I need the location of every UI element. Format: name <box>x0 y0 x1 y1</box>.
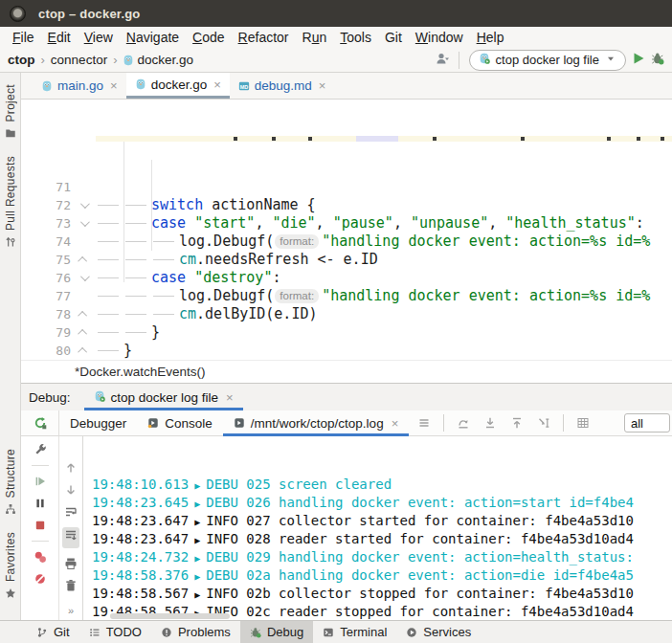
tab-whitespace <box>96 214 123 233</box>
code-token: "pause" <box>333 214 393 232</box>
menu-run[interactable]: Run <box>296 30 334 45</box>
menu-help[interactable]: Help <box>470 30 511 45</box>
menu-git[interactable]: Git <box>378 30 409 45</box>
tab-whitespace <box>123 305 151 323</box>
window-menu-button[interactable] <box>10 6 26 22</box>
rerun-button[interactable] <box>21 410 59 435</box>
tab-whitespace <box>123 251 151 269</box>
sidebar-item-structure[interactable]: Structure <box>4 449 17 515</box>
menu-tools[interactable]: Tools <box>333 30 378 45</box>
print-console-icon[interactable] <box>64 557 78 570</box>
log-timestamp: 19:48:23.647 <box>92 513 189 528</box>
terminal-icon <box>323 627 334 638</box>
fold-marker-icon[interactable] <box>78 329 87 339</box>
jump-to-cursor-icon[interactable] <box>532 416 555 430</box>
next-message-icon[interactable] <box>479 416 502 430</box>
view-options-icon[interactable] <box>413 416 436 430</box>
console-tab-Console[interactable]: Console <box>137 410 223 435</box>
editor-tab-main-go[interactable]: main.go× <box>33 73 126 99</box>
editor-tab-docker-go[interactable]: docker.go× <box>126 73 230 99</box>
close-icon[interactable]: × <box>317 79 326 92</box>
console-tab-icon <box>147 417 159 429</box>
previous-message-icon[interactable] <box>505 416 528 430</box>
tab-whitespace <box>96 269 123 287</box>
fold-marker-icon[interactable] <box>78 311 87 321</box>
menu-navigate[interactable]: Navigate <box>120 30 186 45</box>
tab-whitespace <box>96 251 123 269</box>
toolbar-divider <box>32 541 49 542</box>
scroll-up-icon[interactable] <box>64 461 78 475</box>
resume-program-icon[interactable] <box>34 475 47 488</box>
breadcrumb-item-ctop[interactable]: ctop <box>8 53 35 67</box>
run-config-selector[interactable]: ctop docker log file <box>469 50 626 71</box>
log-message: DEBU 02a handling docker event: action=d… <box>206 567 634 583</box>
console-tab--mnt-work-ctop-ctop-log[interactable]: /mnt/work/ctop/ctop.log× <box>223 410 409 435</box>
debug-button-icon[interactable] <box>651 52 664 65</box>
console-log-output[interactable]: 19:48:10.613 ▶ DEBU 025 screen cleared19… <box>83 436 672 620</box>
log-level-filter-value: all <box>631 416 643 431</box>
scroll-to-end-icon[interactable] <box>64 529 78 543</box>
fold-region <box>71 269 96 287</box>
editor-breadcrumb-bar: *Docker.watchEvents() <box>21 360 672 383</box>
horizontal-scrollbar[interactable] <box>110 613 230 619</box>
sidebar-item-project[interactable]: Project <box>4 84 17 139</box>
toolwindow-button-services[interactable]: Services <box>396 621 481 643</box>
editor-tab-label: main.go <box>57 78 103 93</box>
code-token: "die" <box>272 214 315 232</box>
stop-process-icon[interactable] <box>34 519 47 532</box>
sidebar-item-pull-requests[interactable]: Pull Requests <box>4 156 17 248</box>
tool-window-bottom-bar: GitTODOProblemsDebugTerminalServices <box>0 620 672 643</box>
tab-whitespace <box>123 323 151 342</box>
code-editor[interactable]: 7172switch actionName {73case "start", "… <box>21 100 672 360</box>
current-method-breadcrumb[interactable]: *Docker.watchEvents() <box>75 365 206 379</box>
fold-marker-icon[interactable] <box>79 272 89 281</box>
code-text: } <box>96 342 672 360</box>
console-tab-Debugger[interactable]: Debugger <box>59 410 137 435</box>
run-button-icon[interactable] <box>632 52 645 65</box>
settings-icon[interactable] <box>34 443 47 456</box>
log-timestamp: 19:48:23.647 <box>92 531 189 546</box>
menu-view[interactable]: View <box>78 30 120 45</box>
toolwindow-button-git[interactable]: Git <box>27 621 79 643</box>
close-icon[interactable]: × <box>212 78 221 91</box>
code-text: switch actionName { <box>96 196 672 214</box>
layout-settings-icon[interactable] <box>571 416 594 430</box>
more-actions-icon[interactable]: » <box>68 605 74 616</box>
tab-whitespace <box>96 342 123 360</box>
close-icon[interactable]: × <box>108 79 118 92</box>
log-timestamp: 19:48:23.645 <box>92 495 189 510</box>
debug-session-tab-label: ctop docker log file <box>111 390 219 405</box>
editor-tab-debug-md[interactable]: MDdebug.md× <box>230 73 335 99</box>
code-text: cm.needsRefresh <- e.ID <box>96 251 672 269</box>
toolwindow-button-problems[interactable]: Problems <box>151 621 240 643</box>
menu-file[interactable]: File <box>6 30 41 45</box>
toolwindow-button-terminal[interactable]: Terminal <box>313 621 396 643</box>
view-breakpoints-icon[interactable] <box>34 550 47 564</box>
breadcrumb-item-connector[interactable]: connector <box>51 53 107 67</box>
close-icon[interactable]: × <box>224 391 234 404</box>
menu-edit[interactable]: Edit <box>41 30 78 45</box>
toolwindow-button-debug[interactable]: Debug <box>240 621 313 643</box>
log-level-filter[interactable]: all <box>624 413 670 432</box>
close-icon[interactable]: × <box>390 417 399 430</box>
clear-all-icon[interactable] <box>64 579 78 592</box>
editor-gutter: 76 <box>21 269 96 287</box>
pause-program-icon[interactable] <box>34 497 47 510</box>
menu-refactor[interactable]: Refactor <box>232 30 296 45</box>
sidebar-item-favorites[interactable]: Favorites <box>4 532 17 599</box>
use-soft-wraps-icon[interactable] <box>64 505 78 519</box>
rerun-debug-icon[interactable] <box>34 416 47 430</box>
code-with-me-icon[interactable] <box>436 52 449 65</box>
code-token: cm <box>179 251 196 268</box>
debug-session-tab[interactable]: ctop docker log file × <box>84 384 243 410</box>
menu-window[interactable]: Window <box>409 30 470 45</box>
fold-marker-icon[interactable] <box>78 347 87 357</box>
tab-whitespace <box>123 287 151 305</box>
breadcrumb-item-docker-go[interactable]: docker.go <box>137 53 193 67</box>
toolwindow-button-todo[interactable]: TODO <box>79 621 151 643</box>
previous-occurrence-icon[interactable] <box>452 416 475 430</box>
scroll-down-icon[interactable] <box>64 483 78 497</box>
code-text: } <box>96 323 672 342</box>
menu-code[interactable]: Code <box>186 30 231 45</box>
mute-breakpoints-icon[interactable] <box>34 572 47 586</box>
